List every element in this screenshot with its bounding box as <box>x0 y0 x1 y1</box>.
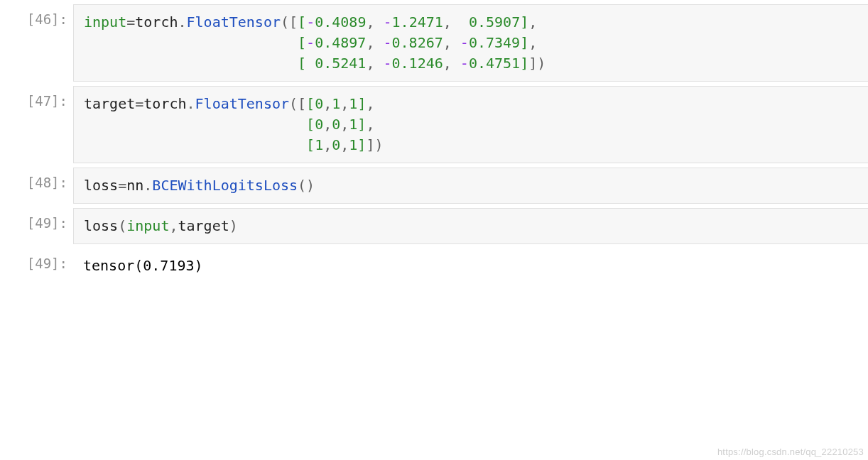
output-content: tensor(0.7193) <box>73 248 868 283</box>
token-op: [ <box>298 95 306 112</box>
token-num: 1 <box>332 95 340 112</box>
token-op: , <box>323 116 332 133</box>
token-op: ] <box>528 55 537 72</box>
token-name: nn <box>126 177 143 194</box>
token-op: ( <box>281 13 289 31</box>
token-num: 0.4897 <box>315 34 366 51</box>
token-op: ( <box>118 217 126 234</box>
code-content: loss=nn.BCEWithLogitsLoss() <box>73 168 868 204</box>
token-op: , <box>443 55 460 72</box>
token-num: 0.4089 <box>315 13 366 31</box>
cell-prompt: [47]: <box>0 86 73 116</box>
token-bracket2: [ <box>298 13 306 31</box>
code-cell: [47]:target=torch.FloatTensor([[0,1,1], … <box>0 86 868 163</box>
token-op: , <box>443 34 460 51</box>
token-op: , <box>340 136 349 153</box>
token-op: = <box>126 13 135 31</box>
token-class: BCEWithLogitsLoss <box>152 177 298 194</box>
token-name: torch <box>143 95 186 112</box>
cell-prompt: [49]: <box>0 208 73 238</box>
token-op: . <box>178 13 186 31</box>
code-content: input=torch.FloatTensor([[-0.4089, -1.24… <box>73 4 868 82</box>
token-bracket2: ] <box>520 55 528 72</box>
token-op: . <box>143 177 152 194</box>
token-op: , <box>340 95 349 112</box>
token-sign: - <box>460 34 469 51</box>
token-builtin: input <box>126 217 169 234</box>
token-num: 0.8267 <box>392 34 443 51</box>
token-num: 1 <box>349 95 357 112</box>
token-num: 0 <box>315 95 323 112</box>
token-num: 1.2471 <box>392 13 443 31</box>
token-bracket2: [ <box>298 55 315 72</box>
token-bracket2: [ <box>306 136 315 153</box>
token-op: . <box>187 95 195 112</box>
token-bracket2: ] <box>357 95 366 112</box>
token-num: 0 <box>332 116 340 133</box>
token-op: , <box>366 34 383 51</box>
token-sign: - <box>460 55 469 72</box>
token-num: 0.7349 <box>469 34 520 51</box>
token-bracket2: ] <box>520 34 528 51</box>
token-num: 0.5907 <box>469 13 520 31</box>
token-op: , <box>366 13 383 31</box>
token-bracket2: ] <box>520 13 528 31</box>
token-op: , <box>323 95 332 112</box>
token-sign: - <box>306 34 315 51</box>
cell-prompt: [48]: <box>0 168 73 197</box>
token-num: 0 <box>332 136 340 153</box>
token-name: target <box>84 95 135 112</box>
token-bracket2: ] <box>357 116 366 133</box>
token-op: , <box>366 95 374 112</box>
token-num: 0.5241 <box>315 55 366 72</box>
token-op: ) <box>374 136 383 153</box>
token-sign: - <box>306 13 315 31</box>
code-content: target=torch.FloatTensor([[0,1,1], [0,0,… <box>73 86 868 163</box>
token-num: 0.4751 <box>469 55 520 72</box>
token-sign: - <box>383 34 391 51</box>
token-op: , <box>528 34 537 51</box>
token-bracket2: [ <box>306 116 315 133</box>
code-cell: [49]:loss(input,target) <box>0 208 868 244</box>
token-name: loss <box>84 177 118 194</box>
token-num: 1 <box>349 136 357 153</box>
token-op: ) <box>229 217 238 234</box>
token-sign: - <box>383 55 391 72</box>
code-content: loss(input,target) <box>73 208 868 244</box>
output-cell: [49]:tensor(0.7193) <box>0 248 868 283</box>
token-op: ) <box>537 55 546 72</box>
token-op: , <box>528 13 537 31</box>
token-op: ) <box>306 177 315 194</box>
token-op: ( <box>289 95 298 112</box>
token-class: FloatTensor <box>187 13 281 31</box>
cell-prompt: [49]: <box>0 248 73 278</box>
code-cell: [46]:input=torch.FloatTensor([[-0.4089, … <box>0 4 868 82</box>
token-builtin: input <box>84 13 126 31</box>
token-name: loss <box>84 217 118 234</box>
token-bracket2: [ <box>306 95 315 112</box>
token-op: , <box>443 13 469 31</box>
token-num: 0 <box>315 116 323 133</box>
token-num: 0.1246 <box>392 55 443 72</box>
token-bracket2: [ <box>298 34 306 51</box>
token-sign: - <box>384 13 392 31</box>
token-bracket2: ] <box>357 136 366 153</box>
token-op: , <box>169 217 178 234</box>
token-op: , <box>366 116 374 133</box>
token-class: FloatTensor <box>195 95 289 112</box>
token-name: torch <box>135 13 178 31</box>
code-cell: [48]:loss=nn.BCEWithLogitsLoss() <box>0 168 868 204</box>
token-num: 1 <box>349 116 357 133</box>
token-op: ( <box>298 177 306 194</box>
token-num: 1 <box>315 136 323 153</box>
token-name: target <box>178 217 229 234</box>
token-op: ] <box>366 136 374 153</box>
token-op: , <box>323 136 332 153</box>
token-op: , <box>340 116 349 133</box>
token-op: , <box>366 55 383 72</box>
token-op: = <box>135 95 143 112</box>
token-op: = <box>118 177 126 194</box>
cell-prompt: [46]: <box>0 4 73 34</box>
watermark-text: https://blog.csdn.net/qq_22210253 <box>717 447 864 457</box>
token-op: [ <box>289 13 298 31</box>
